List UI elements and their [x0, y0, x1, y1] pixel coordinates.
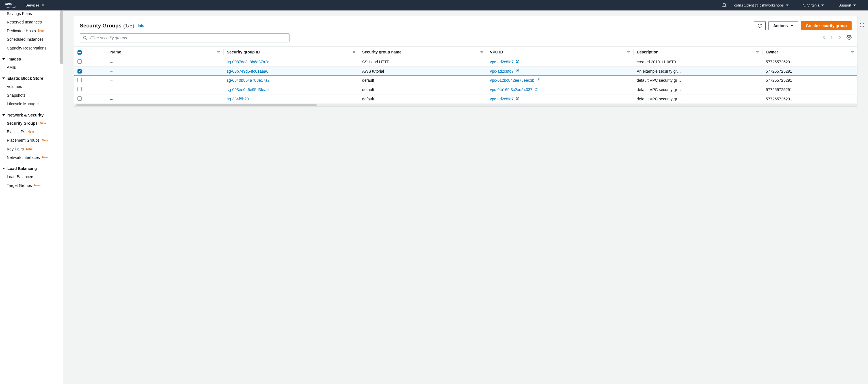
cell-sgname: default: [359, 94, 487, 104]
search-icon: [83, 36, 87, 40]
actions-button[interactable]: Actions: [769, 21, 798, 30]
security-group-id-link[interactable]: sg-0087dc3a8b6e37a2d: [227, 60, 270, 64]
page-title: Security Groups: [80, 23, 122, 29]
row-checkbox[interactable]: [78, 69, 82, 73]
region-menu[interactable]: N. Virginia: [803, 3, 825, 7]
sidebar-item[interactable]: Placement GroupsNew: [0, 136, 63, 145]
sidebar-item[interactable]: Load Balancers: [0, 173, 63, 181]
row-checkbox[interactable]: [78, 78, 82, 82]
cell-description: An example security gr…: [633, 67, 762, 76]
cell-name: –: [107, 94, 223, 104]
svg-point-6: [862, 24, 862, 24]
row-checkbox[interactable]: [78, 87, 82, 91]
sidebar-item[interactable]: Snapshots: [0, 91, 63, 99]
chevron-down-icon: [41, 4, 44, 6]
cell-owner: 577255725291: [762, 85, 857, 94]
vpc-id-link[interactable]: vpc-012bc842ee75eec3b: [490, 78, 540, 83]
aws-logo[interactable]: aws: [5, 2, 17, 9]
scrollbar-thumb[interactable]: [60, 10, 63, 64]
sidebar-section-header[interactable]: Load Balancing: [0, 165, 63, 173]
info-icon[interactable]: [860, 22, 865, 29]
support-menu[interactable]: Support: [838, 3, 856, 7]
settings-icon[interactable]: [846, 35, 851, 41]
chevron-down-icon: [822, 4, 824, 6]
cell-name: –: [107, 57, 223, 67]
sidebar-item[interactable]: Volumes: [0, 82, 63, 91]
sidebar-item[interactable]: Target GroupsNew: [0, 181, 63, 190]
cell-description: default VPC security gr…: [633, 94, 762, 104]
security-group-id-link[interactable]: sg-093ee0a6e95d3feab: [227, 87, 269, 92]
table-row[interactable]: –sg-093ee0a6e95d3feabdefaultvpc-0fb169f3…: [74, 85, 857, 94]
svg-point-3: [848, 37, 850, 38]
sidebar-item[interactable]: Network InterfacesNew: [0, 153, 63, 162]
table-row[interactable]: –sg-03b749d54fc01aaa6AWS tutorialvpc-ad2…: [74, 67, 857, 76]
table-row[interactable]: –sg-384f5b79defaultvpc-ad2c8fd7default V…: [74, 94, 857, 104]
chevron-down-icon: [853, 4, 856, 6]
column-header[interactable]: Owner: [762, 47, 857, 57]
chevron-down-icon: [2, 114, 5, 116]
cell-sgname: SSH and HTTP: [359, 57, 487, 67]
sidebar-item[interactable]: Scheduled Instances: [0, 35, 63, 43]
column-header[interactable]: Security group name: [359, 47, 487, 57]
select-all-checkbox[interactable]: [78, 50, 82, 55]
cell-name: –: [107, 85, 223, 94]
table-row[interactable]: –sg-0840b854a788e17a7defaultvpc-012bc842…: [74, 76, 857, 85]
svg-point-1: [84, 36, 86, 39]
sidebar-section-header[interactable]: Images: [0, 55, 63, 63]
sidebar-item[interactable]: Lifecycle Manager: [0, 99, 63, 108]
sidebar-item[interactable]: Dedicated HostsNew: [0, 27, 63, 35]
sidebar-item[interactable]: Reserved Instances: [0, 18, 63, 26]
column-header[interactable]: Name: [107, 47, 223, 57]
create-security-group-button[interactable]: Create security group: [801, 21, 851, 30]
top-nav: aws Services cshl.student @ cshlworkshop…: [0, 0, 868, 10]
vpc-id-link[interactable]: vpc-0fb169f3c2ad54037: [490, 87, 538, 92]
sidebar-item[interactable]: Capacity Reservations: [0, 44, 63, 52]
cell-description: default VPC security gr…: [633, 85, 762, 94]
refresh-button[interactable]: [754, 21, 766, 30]
column-header[interactable]: VPC ID: [487, 47, 633, 57]
table-row[interactable]: –sg-0087dc3a8b6e37a2dSSH and HTTPvpc-ad2…: [74, 57, 857, 67]
security-groups-table: NameSecurity group IDSecurity group name…: [74, 47, 857, 104]
security-groups-panel: Security Groups (1/5) Info Actions Creat…: [74, 16, 857, 106]
sidebar-item[interactable]: Security GroupsNew: [0, 119, 63, 127]
cell-sgname: default: [359, 76, 487, 85]
support-label: Support: [838, 3, 851, 7]
cell-owner: 577255725291: [762, 57, 857, 67]
page-next[interactable]: [838, 35, 841, 40]
chevron-down-icon: [2, 58, 5, 60]
sidebar-item[interactable]: Savings Plans: [0, 11, 63, 18]
security-group-id-link[interactable]: sg-0840b854a788e17a7: [227, 78, 270, 83]
sidebar-section-header[interactable]: Elastic Block Store: [0, 75, 63, 82]
row-checkbox[interactable]: [78, 59, 82, 64]
account-menu[interactable]: cshl.student @ cshlworkshops: [734, 3, 788, 7]
page-number: 1: [831, 36, 833, 40]
column-header[interactable]: Security group ID: [223, 47, 359, 57]
info-link[interactable]: Info: [138, 24, 145, 28]
vpc-id-link[interactable]: vpc-ad2c8fd7: [490, 60, 519, 64]
vpc-id-link[interactable]: vpc-ad2c8fd7: [490, 97, 519, 101]
security-group-id-link[interactable]: sg-03b749d54fc01aaa6: [227, 69, 268, 73]
cell-description: default VPC security gr…: [633, 76, 762, 85]
notifications-icon[interactable]: [722, 2, 727, 8]
svg-text:aws: aws: [5, 2, 12, 6]
security-group-id-link[interactable]: sg-384f5b79: [227, 97, 249, 101]
chevron-down-icon: [2, 168, 5, 169]
row-checkbox[interactable]: [78, 96, 82, 101]
page-prev[interactable]: [822, 35, 826, 40]
create-label: Create security group: [806, 24, 847, 28]
sidebar-section-header[interactable]: Network & Security: [0, 111, 63, 119]
cell-description: created 2019-11-08T0…: [633, 57, 762, 67]
cell-owner: 577255725291: [762, 94, 857, 104]
column-header[interactable]: Description: [633, 47, 762, 57]
services-menu[interactable]: Services: [26, 3, 44, 7]
filter-input-wrapper[interactable]: [80, 33, 289, 42]
cell-name: –: [107, 67, 223, 76]
chevron-down-icon: [2, 78, 5, 79]
filter-input[interactable]: [90, 36, 286, 40]
vpc-id-link[interactable]: vpc-ad2c8fd7: [490, 69, 519, 73]
sidebar-item[interactable]: Key PairsNew: [0, 145, 63, 153]
sidebar-item[interactable]: AMIs: [0, 63, 63, 71]
horizontal-scrollbar[interactable]: [76, 104, 317, 106]
sidebar-item[interactable]: Elastic IPsNew: [0, 127, 63, 136]
account-label: cshl.student @ cshlworkshops: [734, 3, 784, 7]
